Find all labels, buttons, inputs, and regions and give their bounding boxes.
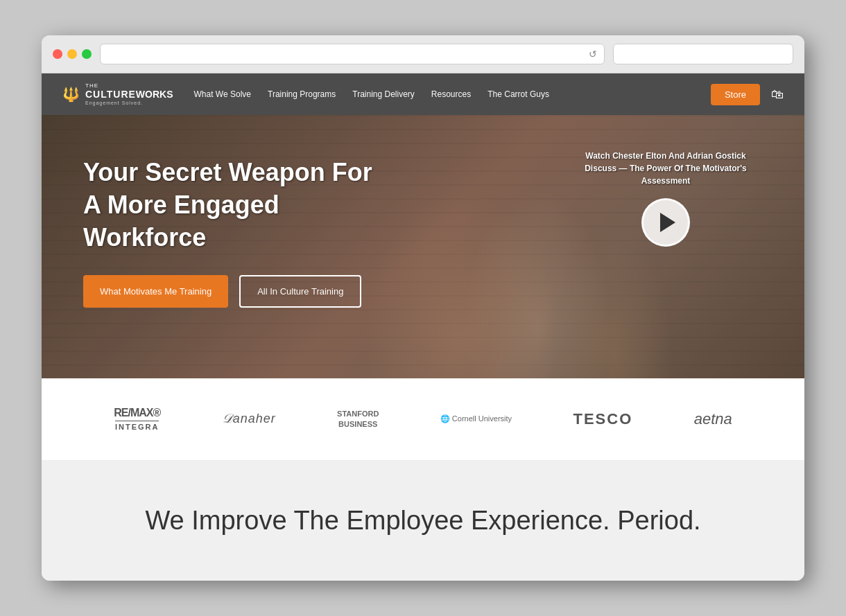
logo-icon: 🔱 bbox=[62, 86, 80, 103]
all-in-culture-button[interactable]: All In Culture Training bbox=[239, 275, 361, 308]
traffic-lights bbox=[53, 49, 92, 59]
remax-logo: RE/MAX® INTEGRA bbox=[114, 406, 160, 432]
stanford-logo: STANFORDBUSINESS bbox=[337, 409, 379, 430]
reload-icon[interactable]: ↺ bbox=[589, 49, 597, 60]
hero-section: Your Secret Weapon For A More Engaged Wo… bbox=[42, 115, 804, 378]
play-icon bbox=[660, 213, 675, 232]
aetna-logo: aetna bbox=[694, 410, 732, 428]
nav-training-programs[interactable]: Training Programs bbox=[268, 89, 336, 99]
minimize-button[interactable] bbox=[67, 49, 77, 59]
navbar: 🔱 THE CULTUREWORKS Engagement Solved. Wh… bbox=[42, 73, 804, 115]
danaher-logo: 𝒟anaher bbox=[222, 412, 276, 426]
cornell-logo: 🌐 Cornell University bbox=[440, 414, 512, 424]
logo-text: THE CULTUREWORKS Engagement Solved. bbox=[85, 82, 173, 107]
motivates-me-button[interactable]: What Motivates Me Training bbox=[83, 275, 228, 308]
hero-video-section: Watch Chester Elton And Adrian Gostick D… bbox=[569, 150, 763, 247]
hero-video-text: Watch Chester Elton And Adrian Gostick D… bbox=[569, 150, 763, 187]
video-play-button[interactable] bbox=[641, 198, 690, 247]
search-bar[interactable] bbox=[613, 44, 793, 64]
browser-window: ↺ 🔱 THE CULTUREWORKS Engagement Solved. … bbox=[42, 35, 804, 581]
logos-section: RE/MAX® INTEGRA 𝒟anaher STANFORDBUSINESS… bbox=[42, 378, 804, 460]
store-button[interactable]: Store bbox=[711, 84, 760, 105]
tesco-logo: TESCO bbox=[573, 410, 632, 428]
browser-chrome: ↺ bbox=[42, 35, 804, 73]
address-bar[interactable]: ↺ bbox=[100, 44, 605, 64]
cart-icon[interactable]: 🛍 bbox=[771, 87, 784, 102]
nav-resources[interactable]: Resources bbox=[431, 89, 471, 99]
maximize-button[interactable] bbox=[82, 49, 92, 59]
nav-carrot-guys[interactable]: The Carrot Guys bbox=[487, 89, 549, 99]
close-button[interactable] bbox=[53, 49, 62, 59]
site-logo[interactable]: 🔱 THE CULTUREWORKS Engagement Solved. bbox=[62, 82, 173, 107]
hero-buttons: What Motivates Me Training All In Cultur… bbox=[83, 275, 763, 308]
cta-section: We Improve The Employee Experience. Peri… bbox=[42, 461, 804, 581]
nav-links: What We Solve Training Programs Training… bbox=[194, 89, 711, 99]
nav-training-delivery[interactable]: Training Delivery bbox=[352, 89, 415, 99]
nav-what-we-solve[interactable]: What We Solve bbox=[194, 89, 251, 99]
website: 🔱 THE CULTUREWORKS Engagement Solved. Wh… bbox=[42, 73, 804, 581]
hero-headline: Your Secret Weapon For A More Engaged Wo… bbox=[83, 157, 388, 254]
cta-headline: We Improve The Employee Experience. Peri… bbox=[69, 502, 777, 539]
